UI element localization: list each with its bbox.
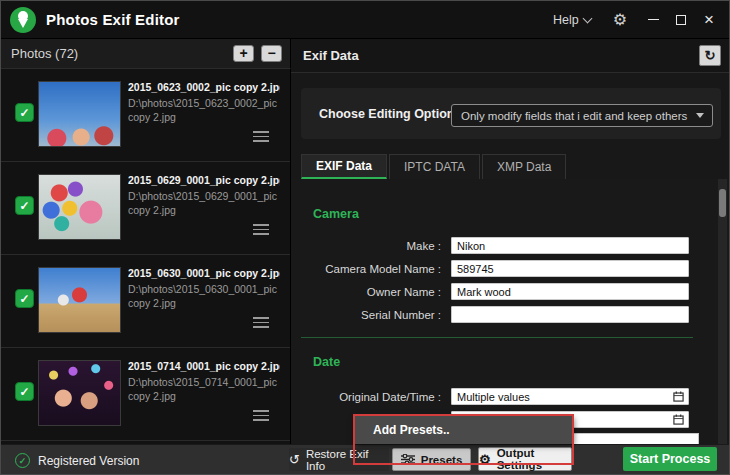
photo-list-item[interactable]: ✓ 2015_0630_0001_pic copy 2.jpg D:\photo… xyxy=(1,255,291,348)
make-field[interactable] xyxy=(451,237,689,254)
choose-editing-option-box: Choose Editing Option: Only modify field… xyxy=(301,88,721,139)
chevron-down-icon xyxy=(582,13,592,23)
start-process-button[interactable]: Start Process xyxy=(623,447,717,471)
photo-thumbnail xyxy=(38,267,121,333)
photo-item-menu-icon[interactable] xyxy=(253,224,269,235)
original-datetime-field[interactable] xyxy=(452,389,673,404)
editing-option-selected-value: Only modify fields that i edit and keep … xyxy=(461,110,689,122)
photo-path: D:\photos\2015_0623_0002_pic copy 2.jpg xyxy=(128,96,280,124)
photo-list-item[interactable]: ✓ 2015_0714_0001_pic copy 2.jpg D:\photo… xyxy=(1,348,291,441)
owner-name-label: Owner Name : xyxy=(303,286,451,298)
output-settings-label: Output Settings xyxy=(497,447,571,471)
serial-number-field[interactable] xyxy=(451,306,689,323)
original-datetime-label: Original Date/Time : xyxy=(303,391,451,403)
refresh-button[interactable]: ↻ xyxy=(699,45,721,66)
photo-path: D:\photos\2015_0629_0001_pic copy 2.jpg xyxy=(128,189,280,217)
photo-path: D:\photos\2015_0630_0001_pic copy 2.jpg xyxy=(128,282,280,310)
photos-panel-header: Photos (72) + − xyxy=(1,39,291,69)
tab-exif-data[interactable]: EXIF Data xyxy=(301,154,387,179)
exif-form: Camera Make : Camera Model Name : Owner … xyxy=(291,179,730,444)
help-label: Help xyxy=(553,13,579,27)
app-window: Photos Exif Editor Help ⚙ × Photos (72) … xyxy=(0,0,730,475)
calendar-icon[interactable] xyxy=(673,391,684,402)
photos-count-label: Photos (72) xyxy=(11,46,78,61)
photo-checkbox[interactable]: ✓ xyxy=(15,196,34,215)
data-tabs: EXIF Data IPTC DATA XMP Data xyxy=(301,154,568,179)
restore-exif-info-label: Restore Exif Info xyxy=(306,448,389,472)
minimize-icon xyxy=(648,19,659,20)
photo-filename: 2015_0714_0001_pic copy 2.jpg xyxy=(128,360,280,372)
presets-button[interactable]: Presets xyxy=(392,448,471,471)
serial-number-label: Serial Number : xyxy=(303,309,451,321)
exif-data-header: Exif Data ↻ xyxy=(291,39,730,73)
photo-checkbox[interactable]: ✓ xyxy=(15,382,34,401)
help-menu[interactable]: Help xyxy=(543,13,601,27)
close-button[interactable]: × xyxy=(695,7,723,33)
choose-editing-option-label: Choose Editing Option: xyxy=(319,107,459,121)
photo-list-item[interactable]: ✓ 2015_0623_0002_pic copy 2.jpg D:\photo… xyxy=(1,69,291,162)
settings-gear-icon[interactable]: ⚙ xyxy=(601,10,639,29)
add-presets-popup[interactable]: Add Presets.. xyxy=(355,416,574,444)
app-title: Photos Exif Editor xyxy=(46,11,180,28)
minimize-button[interactable] xyxy=(639,7,667,33)
camera-section-title: Camera xyxy=(313,207,359,221)
photo-checkbox[interactable]: ✓ xyxy=(15,103,34,122)
title-bar: Photos Exif Editor Help ⚙ × xyxy=(1,1,730,39)
gear-icon: ⚙ xyxy=(479,453,491,466)
photo-list-item[interactable]: ✓ 2015_0629_0001_pic copy 2.jpg D:\photo… xyxy=(1,162,291,255)
exif-data-title: Exif Data xyxy=(303,48,359,63)
camera-model-field[interactable] xyxy=(451,260,689,277)
photo-thumbnail xyxy=(38,174,121,240)
sliders-icon xyxy=(401,454,415,465)
photo-item-menu-icon[interactable] xyxy=(253,317,269,328)
restore-exif-info-button[interactable]: ↺ Restore Exif Info xyxy=(289,448,389,471)
camera-model-label: Camera Model Name : xyxy=(303,263,451,275)
registered-check-icon: ✓ xyxy=(15,453,30,468)
restore-icon: ↺ xyxy=(289,452,300,467)
output-settings-button[interactable]: ⚙ Output Settings xyxy=(478,447,572,471)
tab-xmp-data[interactable]: XMP Data xyxy=(482,154,566,179)
dropdown-arrow-icon xyxy=(696,113,704,118)
presets-label: Presets xyxy=(421,454,463,466)
photo-path: D:\photos\2015_0714_0001_pic copy 2.jpg xyxy=(128,375,280,403)
photo-thumbnail xyxy=(38,81,121,147)
date-section-title: Date xyxy=(313,355,340,369)
tab-iptc-data[interactable]: IPTC DATA xyxy=(389,154,480,179)
add-photos-button[interactable]: + xyxy=(233,45,254,62)
photo-filename: 2015_0629_0001_pic copy 2.jpg xyxy=(128,174,280,186)
make-label: Make : xyxy=(303,240,451,252)
photo-filename: 2015_0623_0002_pic copy 2.jpg xyxy=(128,81,280,93)
remove-photos-button[interactable]: − xyxy=(261,45,282,62)
registered-version-label: Registered Version xyxy=(38,454,139,468)
photo-item-menu-icon[interactable] xyxy=(253,131,269,142)
maximize-icon xyxy=(676,15,686,25)
scrollbar-thumb[interactable] xyxy=(719,189,726,217)
close-icon: × xyxy=(704,11,714,28)
photo-item-menu-icon[interactable] xyxy=(253,410,269,421)
owner-name-field[interactable] xyxy=(451,283,689,300)
section-divider xyxy=(301,337,693,338)
app-logo-icon xyxy=(10,7,36,33)
photo-list: ✓ 2015_0623_0002_pic copy 2.jpg D:\photo… xyxy=(1,69,291,444)
editing-option-dropdown[interactable]: Only modify fields that i edit and keep … xyxy=(451,104,713,127)
add-presets-menu-item[interactable]: Add Presets.. xyxy=(373,423,450,437)
maximize-button[interactable] xyxy=(667,7,695,33)
photo-filename: 2015_0630_0001_pic copy 2.jpg xyxy=(128,267,280,279)
calendar-icon[interactable] xyxy=(673,414,684,425)
photo-checkbox[interactable]: ✓ xyxy=(15,289,34,308)
photo-thumbnail xyxy=(38,360,121,426)
scrollbar[interactable] xyxy=(718,179,727,444)
